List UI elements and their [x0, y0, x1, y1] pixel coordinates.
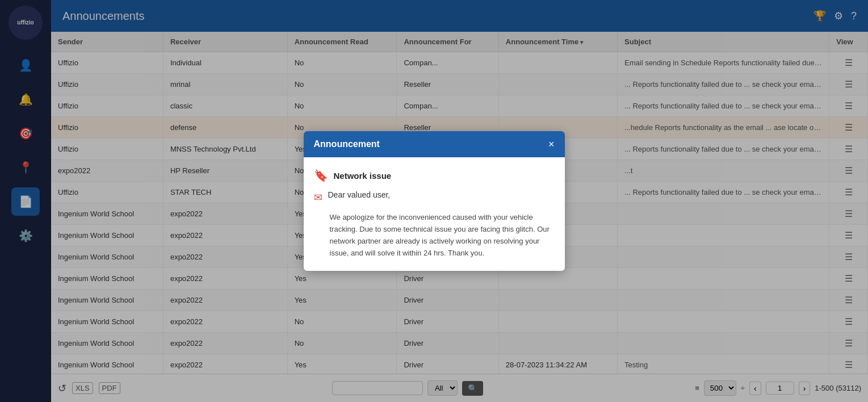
modal-subject-row: 🔖 Network issue	[314, 169, 555, 182]
modal-email-row: ✉ Dear valued user,	[314, 190, 555, 204]
modal-title: Announcement	[314, 139, 380, 149]
modal-close-button[interactable]: ×	[548, 139, 555, 149]
modal-subject: Network issue	[334, 171, 392, 181]
email-icon: ✉	[314, 191, 322, 204]
modal-greeting: Dear valued user,	[328, 190, 391, 199]
modal-body: 🔖 Network issue ✉ Dear valued user, We a…	[304, 157, 565, 270]
modal-header: Announcement ×	[304, 131, 565, 157]
modal-overlay[interactable]: Announcement × 🔖 Network issue ✉ Dear va…	[0, 0, 868, 402]
announcement-modal: Announcement × 🔖 Network issue ✉ Dear va…	[304, 131, 565, 270]
bookmark-icon: 🔖	[314, 169, 328, 182]
modal-message: We apologize for the inconvenienced caus…	[314, 212, 555, 259]
